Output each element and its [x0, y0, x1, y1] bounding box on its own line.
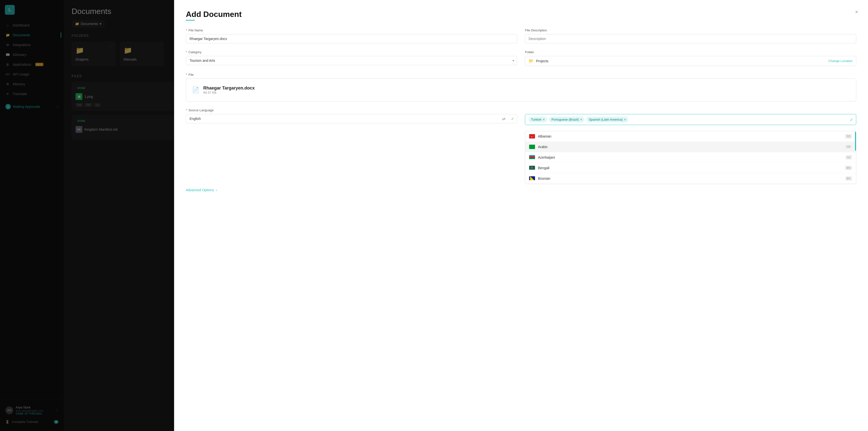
- filename-input[interactable]: [186, 34, 517, 43]
- file-upload-info: Rhaegar Targaryen.docx 94.37 KB: [203, 86, 255, 94]
- svg-rect-5: [529, 158, 535, 159]
- check-icon: ✓: [511, 117, 514, 121]
- remove-turkish-button[interactable]: ×: [543, 118, 545, 121]
- lang-name-arabic: Arabic: [538, 145, 842, 149]
- lang-code-bosnian: BS: [845, 176, 852, 181]
- add-document-modal: × Add Document * File Name File Descript…: [174, 0, 868, 431]
- lang-tag-portuguese-brazil: Portuguese (Brazil) ×: [549, 117, 584, 122]
- remove-spanish-button[interactable]: ×: [624, 118, 626, 121]
- lang-dropdown-area: 🦅 Albanian SQ Arabic AR: [186, 131, 856, 184]
- folder-label: Folder: [525, 50, 856, 54]
- flag-azerbaijani: [529, 155, 535, 160]
- filename-label: * File Name: [186, 28, 517, 32]
- upload-filename: Rhaegar Targaryen.docx: [203, 86, 255, 91]
- lang-tag-spanish-latam: Spanish (Latin America) ×: [586, 117, 628, 122]
- lang-item-bosnian[interactable]: Bosnian BS: [525, 173, 856, 184]
- folder-name: Projects: [536, 59, 826, 63]
- source-lang-input[interactable]: [186, 114, 517, 123]
- lang-code-bengali: BN: [845, 166, 852, 170]
- translate-icon: ⇄: [502, 117, 505, 121]
- lang-item-azerbaijani[interactable]: Azerbaijani AZ: [525, 152, 856, 163]
- svg-point-7: [531, 167, 533, 169]
- language-dropdown-panel[interactable]: 🦅 Albanian SQ Arabic AR: [525, 131, 856, 184]
- lang-name-albanian: Albanian: [538, 134, 842, 138]
- lang-name-azerbaijani: Azerbaijani: [538, 155, 842, 159]
- upload-filesize: 94.37 KB: [203, 91, 255, 94]
- lang-code-arabic: AR: [845, 145, 852, 149]
- advanced-options-label: Advanced Options: [186, 188, 214, 192]
- svg-rect-2: [529, 145, 535, 149]
- form-group-source-lang: * Source Language ⇄ ✓: [186, 109, 517, 125]
- source-lang-wrapper: ⇄ ✓: [186, 114, 517, 123]
- lang-name-bengali: Bengali: [538, 166, 842, 170]
- lang-code-albanian: SQ: [845, 134, 852, 138]
- modal-title: Add Document: [186, 10, 856, 19]
- form-group-file: * File 📄 Rhaegar Targaryen.docx 94.37 KB: [186, 73, 856, 101]
- lang-name: Turkish: [531, 118, 541, 121]
- category-select[interactable]: Tourism and Arts: [186, 56, 517, 65]
- form-group-filename: * File Name: [186, 28, 517, 43]
- file-label: * File: [186, 73, 856, 76]
- form-group-target-lang: _ Turkish × Portuguese (Brazil) × Spanis…: [525, 109, 856, 125]
- folder-icon: 📁: [529, 59, 533, 63]
- form-row-category-folder: * Category Tourism and Arts ▾ Folder 📁 P…: [186, 50, 856, 66]
- flag-bosnian: [529, 176, 535, 181]
- lang-tag-turkish: Turkish ×: [529, 117, 547, 122]
- file-upload-area[interactable]: 📄 Rhaegar Targaryen.docx 94.37 KB: [186, 79, 856, 101]
- lang-name: Spanish (Latin America): [589, 118, 623, 121]
- category-select-wrapper: Tourism and Arts ▾: [186, 56, 517, 65]
- form-group-category: * Category Tourism and Arts ▾: [186, 50, 517, 66]
- category-label: * Category: [186, 50, 517, 54]
- lang-name: Portuguese (Brazil): [552, 118, 579, 121]
- flag-arabic: [529, 145, 535, 149]
- target-lang-label: _: [525, 109, 856, 112]
- description-input[interactable]: [525, 34, 856, 43]
- flag-bengali: [529, 166, 535, 170]
- check-icon: ✓: [850, 117, 853, 122]
- lang-item-bengali[interactable]: Bengali BN: [525, 163, 856, 173]
- scrollbar: [855, 131, 856, 151]
- folder-display: 📁 Projects Change Location: [525, 56, 856, 66]
- modal-title-underline: [186, 20, 195, 21]
- change-location-button[interactable]: Change Location: [829, 59, 852, 63]
- modal-overlay: × Add Document * File Name File Descript…: [0, 0, 868, 431]
- remove-portuguese-button[interactable]: ×: [580, 118, 582, 121]
- advanced-options-link[interactable]: Advanced Options ›: [186, 188, 856, 192]
- lang-name-bosnian: Bosnian: [538, 177, 842, 180]
- target-lang-box[interactable]: Turkish × Portuguese (Brazil) × Spanish …: [525, 114, 856, 125]
- lang-code-azerbaijani: AZ: [845, 155, 852, 160]
- form-group-description: File Description: [525, 28, 856, 43]
- svg-rect-4: [529, 156, 535, 158]
- svg-text:🦅: 🦅: [531, 135, 534, 138]
- description-label: File Description: [525, 28, 856, 32]
- lang-item-albanian[interactable]: 🦅 Albanian SQ: [525, 131, 856, 142]
- document-icon: 📄: [192, 87, 199, 93]
- lang-row: * Source Language ⇄ ✓ _ Turkish ×: [186, 109, 856, 125]
- svg-rect-3: [529, 155, 535, 156]
- lang-item-arabic[interactable]: Arabic AR: [525, 142, 856, 152]
- modal-close-button[interactable]: ×: [855, 9, 858, 15]
- chevron-right-icon: ›: [216, 188, 217, 192]
- flag-albanian: 🦅: [529, 134, 535, 138]
- source-lang-label: * Source Language: [186, 109, 517, 112]
- form-group-folder: Folder 📁 Projects Change Location: [525, 50, 856, 66]
- form-row-name-desc: * File Name File Description: [186, 28, 856, 43]
